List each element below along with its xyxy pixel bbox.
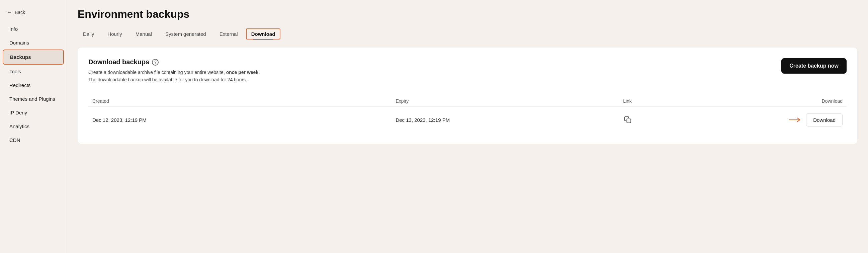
back-arrow-icon: ←: [7, 9, 12, 15]
card-title-section: Download backups ? Create a downloadable…: [88, 58, 260, 92]
download-cell: Download: [699, 114, 843, 127]
sidebar: ← Back Info Domains Backups Tools Redire…: [0, 0, 67, 253]
table-row: Dec 12, 2023, 12:19 PM Dec 13, 2023, 12:…: [88, 106, 846, 133]
sidebar-item-cdn[interactable]: CDN: [3, 133, 64, 147]
cell-created: Dec 12, 2023, 12:19 PM: [88, 106, 392, 133]
tab-external[interactable]: External: [214, 28, 243, 39]
card-title: Download backups: [88, 58, 149, 66]
tab-manual[interactable]: Manual: [130, 28, 157, 39]
svg-rect-0: [627, 119, 631, 123]
cell-download: Download: [695, 106, 846, 133]
tab-download[interactable]: Download: [246, 28, 281, 39]
tab-system-generated[interactable]: System generated: [160, 28, 212, 39]
page-title: Environment backups: [78, 8, 857, 21]
card-header: Download backups ? Create a downloadable…: [88, 58, 846, 92]
col-header-created: Created: [88, 96, 392, 107]
col-header-link: Link: [619, 96, 695, 107]
main-content: Environment backups Daily Hourly Manual …: [67, 0, 868, 253]
tabs-bar: Daily Hourly Manual System generated Ext…: [78, 28, 857, 39]
col-header-expiry: Expiry: [392, 96, 619, 107]
card-description: Create a downloadable archive file conta…: [88, 69, 260, 84]
back-button[interactable]: ← Back: [0, 7, 67, 22]
cell-expiry: Dec 13, 2023, 12:19 PM: [392, 106, 619, 133]
tab-hourly[interactable]: Hourly: [102, 28, 127, 39]
sidebar-item-redirects[interactable]: Redirects: [3, 78, 64, 92]
col-header-download: Download: [695, 96, 846, 107]
tab-daily[interactable]: Daily: [78, 28, 99, 39]
sidebar-item-tools[interactable]: Tools: [3, 65, 64, 78]
sidebar-item-backups[interactable]: Backups: [3, 50, 64, 65]
sidebar-item-analytics[interactable]: Analytics: [3, 120, 64, 133]
cell-link: [619, 106, 695, 133]
backups-table: Created Expiry Link Download Dec 12, 202…: [88, 96, 846, 133]
sidebar-item-themes-plugins[interactable]: Themes and Plugins: [3, 92, 64, 106]
copy-link-icon[interactable]: [623, 115, 632, 125]
content-card: Download backups ? Create a downloadable…: [78, 48, 857, 144]
sidebar-item-ip-deny[interactable]: IP Deny: [3, 106, 64, 120]
download-button[interactable]: Download: [806, 114, 843, 127]
create-backup-button[interactable]: Create backup now: [781, 58, 846, 74]
sidebar-item-info[interactable]: Info: [3, 22, 64, 36]
back-label: Back: [15, 10, 25, 15]
card-title-row: Download backups ?: [88, 58, 260, 66]
help-icon[interactable]: ?: [152, 59, 159, 66]
arrow-right-icon: [789, 117, 802, 123]
sidebar-item-domains[interactable]: Domains: [3, 36, 64, 50]
